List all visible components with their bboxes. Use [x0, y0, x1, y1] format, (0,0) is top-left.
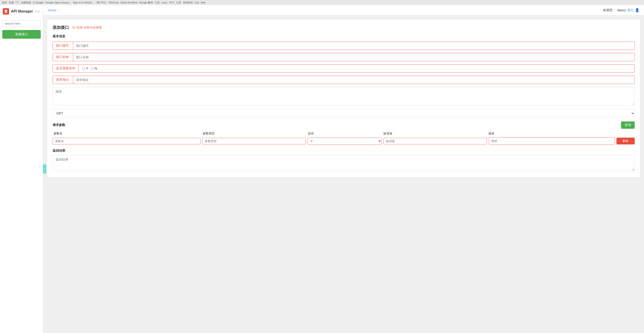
top-nav: Home - 欢迎您： deimo 退出 👤: [43, 5, 644, 15]
api-name-field-row: 接口名称: [52, 53, 635, 61]
logo-icon: [4, 9, 8, 13]
param-row: Y N 删除: [52, 137, 635, 145]
add-param-button[interactable]: 新增: [621, 121, 635, 129]
param-desc-input[interactable]: [489, 137, 615, 145]
http-method-select[interactable]: GET POST PUT DELETE PATCH: [52, 109, 635, 117]
collapse-icon: <: [44, 168, 45, 170]
params-table-header: 参数名 参数类型 必传 缺省值 描述: [52, 131, 635, 136]
return-title: 返回结果: [52, 149, 635, 153]
api-name-input[interactable]: [73, 53, 634, 61]
form-title-row: 添加接口 注:"此色"边框为必填项: [52, 25, 635, 30]
radio-n-input[interactable]: [91, 67, 94, 70]
app-logo: [3, 8, 9, 14]
browser-bar: 应用 百度一下，你就知道 G Google Google Open Source…: [0, 0, 644, 5]
logout-button[interactable]: 退出: [627, 8, 634, 12]
need-login-label: 是否需要登录: [53, 65, 78, 72]
params-header: 请求参数 新增: [52, 121, 635, 129]
top-nav-right: 欢迎您： deimo 退出 👤: [603, 8, 640, 12]
radio-options: Y N: [78, 65, 100, 72]
api-id-field-row: 接口编号: [52, 42, 635, 50]
delete-param-button[interactable]: 删除: [616, 138, 635, 144]
need-login-row: 是否需要登录 Y N: [52, 64, 635, 72]
sidebar-header: API Manager v1.0: [0, 5, 43, 18]
sidebar: API Manager v1.0 新建接口 <: [0, 5, 43, 333]
radio-y-option[interactable]: Y: [82, 67, 88, 70]
radio-y-input[interactable]: [82, 67, 85, 70]
radio-n-label: N: [95, 67, 97, 70]
app-title: API Manager: [11, 9, 33, 13]
params-title: 请求参数: [52, 123, 65, 127]
param-type-input[interactable]: [202, 138, 306, 144]
col-action: [616, 131, 634, 136]
resize-icon: ⇸: [632, 168, 634, 171]
col-default: 缺省值: [384, 131, 487, 136]
request-url-input[interactable]: [73, 76, 634, 84]
col-desc: 描述: [488, 131, 614, 136]
col-param-type: 参数类型: [203, 131, 306, 136]
breadcrumb-sep: -: [58, 8, 59, 12]
radio-n-option[interactable]: N: [91, 67, 97, 70]
col-required: 必传: [308, 131, 382, 136]
basic-section-title: 基本信息: [52, 34, 635, 38]
breadcrumb-home[interactable]: Home: [48, 8, 56, 12]
description-textarea[interactable]: [52, 87, 635, 105]
param-default-input[interactable]: [384, 138, 487, 144]
sidebar-collapse-tab[interactable]: <: [43, 164, 46, 174]
param-name-input[interactable]: [52, 138, 200, 144]
request-url-row: 请求地址: [52, 76, 635, 84]
username-display: deimo: [617, 8, 626, 12]
params-section: 请求参数 新增 参数名 参数类型 必传 缺省值 描述 Y: [52, 121, 635, 145]
sidebar-search-container: [0, 18, 43, 29]
new-api-button[interactable]: 新建接口: [2, 30, 41, 39]
return-result-textarea[interactable]: [52, 155, 635, 171]
form-title: 添加接口: [52, 25, 69, 30]
user-icon: 👤: [635, 8, 640, 12]
welcome-text: 欢迎您：: [603, 8, 616, 12]
radio-y-label: Y: [86, 67, 88, 70]
main-content: Home - 欢迎您： deimo 退出 👤 添加接口 注:"此色"边框为必填项…: [43, 5, 644, 333]
app-version: v1.0: [35, 10, 40, 13]
breadcrumb: Home -: [48, 8, 59, 12]
request-url-label: 请求地址: [53, 76, 73, 84]
api-id-label: 接口编号: [53, 42, 73, 49]
search-input[interactable]: [2, 20, 41, 27]
col-param-name: 参数名: [54, 131, 201, 136]
param-required-select[interactable]: Y N: [308, 138, 382, 145]
return-section: 返回结果 ⇸: [52, 149, 635, 172]
api-name-label: 接口名称: [53, 53, 73, 61]
api-id-input[interactable]: [73, 42, 634, 49]
form-note: 注:"此色"边框为必填项: [72, 25, 102, 29]
add-api-form: 添加接口 注:"此色"边框为必填项 基本信息 接口编号 接口名称 是否需要登录: [47, 19, 640, 177]
